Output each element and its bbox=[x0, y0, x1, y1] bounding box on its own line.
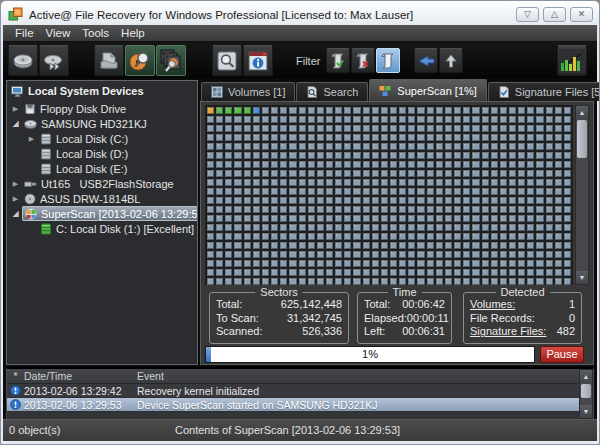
pause-button[interactable]: Pause bbox=[540, 346, 584, 363]
scan-cell bbox=[280, 179, 287, 186]
menu-help[interactable]: Help bbox=[115, 27, 151, 39]
scan-cell bbox=[536, 116, 543, 123]
scan-cell bbox=[518, 278, 525, 285]
tree-item[interactable]: ▶ASUS DRW-1814BL bbox=[7, 191, 197, 206]
filter-unrecognized-button[interactable] bbox=[351, 48, 375, 73]
recover-files-button[interactable] bbox=[94, 45, 124, 76]
tree-item-content[interactable]: C: Local Disk (1:) [Excellent] bbox=[38, 221, 197, 236]
expand-collapsed-icon[interactable]: ▶ bbox=[9, 180, 22, 188]
up-button[interactable] bbox=[439, 48, 463, 73]
tree-item-content[interactable]: Local Disk (E:) bbox=[38, 161, 197, 176]
tab-superscan[interactable]: SuperScan [1%] bbox=[369, 79, 487, 101]
tree-item-content[interactable]: ASUS DRW-1814BL bbox=[22, 191, 197, 206]
scan-cell bbox=[472, 143, 479, 150]
scan-levels-button[interactable] bbox=[557, 45, 587, 76]
scan-cell bbox=[253, 269, 260, 276]
scan-cell bbox=[518, 215, 525, 222]
filter-all-button[interactable] bbox=[376, 48, 400, 73]
scan-cell bbox=[518, 251, 525, 258]
scan-cell bbox=[234, 197, 241, 204]
minimize-button[interactable]: ▽ bbox=[516, 7, 539, 22]
superscan-button[interactable] bbox=[156, 45, 186, 76]
info-button[interactable] bbox=[243, 45, 273, 76]
tree-item-content[interactable]: Local Disk (C:) bbox=[38, 131, 197, 146]
filter-recognized-button[interactable] bbox=[326, 48, 350, 73]
tab-volumes[interactable]: Volumes [1] bbox=[201, 82, 295, 101]
scan-cell bbox=[454, 269, 461, 276]
scrollbar-thumb[interactable] bbox=[581, 384, 591, 398]
scan-cell bbox=[555, 107, 562, 114]
scan-cell bbox=[308, 242, 315, 249]
scan-cell bbox=[390, 125, 397, 132]
scan-cell bbox=[372, 206, 379, 213]
stats-label[interactable]: Signature Files: bbox=[470, 325, 546, 339]
scan-cell bbox=[518, 134, 525, 141]
scroll-up-icon[interactable]: ▲ bbox=[576, 106, 588, 119]
scrollbar-thumb[interactable] bbox=[577, 120, 587, 158]
tree-item[interactable]: Local Disk (D:) bbox=[7, 146, 197, 161]
scan-cell bbox=[335, 197, 342, 204]
scan-cell bbox=[491, 143, 498, 150]
scan-cell bbox=[463, 278, 470, 285]
open-disk-image-button[interactable] bbox=[8, 45, 38, 76]
event-info-icon bbox=[7, 385, 24, 396]
scan-cell bbox=[244, 152, 251, 159]
log-header-event[interactable]: Event bbox=[137, 370, 593, 382]
tree-item-content[interactable]: Ut165 USB2FlashStorage bbox=[22, 176, 197, 191]
tree-item[interactable]: ▶Ut165 USB2FlashStorage bbox=[7, 176, 197, 191]
tree-item[interactable]: Local Disk (E:) bbox=[7, 161, 197, 176]
tree-item[interactable]: C: Local Disk (1:) [Excellent] bbox=[7, 221, 197, 236]
tree-item[interactable]: ▶Floppy Disk Drive bbox=[7, 101, 197, 116]
expand-expanded-icon[interactable]: ◢ bbox=[9, 119, 22, 128]
maximize-button[interactable]: △ bbox=[543, 7, 566, 22]
scan-cell bbox=[335, 215, 342, 222]
expand-expanded-icon[interactable]: ◢ bbox=[9, 209, 22, 218]
menu-view[interactable]: View bbox=[40, 27, 77, 39]
tree-item[interactable]: ▶Local Disk (C:) bbox=[7, 131, 197, 146]
app-window: Active@ File Recovery for Windows Profes… bbox=[0, 0, 600, 445]
scan-cell bbox=[564, 125, 571, 132]
tree-item-content[interactable]: Local Disk (D:) bbox=[38, 146, 197, 161]
stats-label: Scanned: bbox=[216, 325, 262, 339]
scan-cell bbox=[381, 260, 388, 267]
expand-collapsed-icon[interactable]: ▶ bbox=[9, 105, 22, 113]
scroll-up-icon[interactable]: ▲ bbox=[580, 370, 592, 383]
tree-item-content[interactable]: SAMSUNG HD321KJ bbox=[22, 116, 197, 131]
scan-cell bbox=[262, 143, 269, 150]
tree-item[interactable]: ◢SuperScan [2013-02-06 13:29:53] bbox=[7, 206, 197, 221]
scan-cell bbox=[408, 170, 415, 177]
scan-map-scrollbar[interactable]: ▲ ▼ bbox=[575, 105, 589, 285]
log-header-star[interactable]: * bbox=[7, 370, 24, 382]
tab-search[interactable]: Search bbox=[296, 82, 368, 101]
log-row[interactable]: 2013-02-06 13:29:53Device SuperScan star… bbox=[7, 398, 593, 412]
tab-signature[interactable]: Signature Files [507] bbox=[488, 82, 600, 101]
scroll-down-icon[interactable]: ▼ bbox=[580, 405, 592, 418]
scan-cell bbox=[372, 179, 379, 186]
scan-cell bbox=[509, 197, 516, 204]
scroll-down-icon[interactable]: ▼ bbox=[576, 271, 588, 284]
menu-file[interactable]: File bbox=[9, 27, 40, 39]
stats-value: 526,336 bbox=[302, 325, 342, 339]
stats-label: Total: bbox=[364, 298, 390, 312]
tree-item-content[interactable]: Floppy Disk Drive bbox=[22, 101, 197, 116]
scan-cell bbox=[564, 170, 571, 177]
log-row[interactable]: 2013-02-06 13:29:42Recovery kernel initi… bbox=[7, 384, 593, 398]
tree-item[interactable]: ◢SAMSUNG HD321KJ bbox=[7, 116, 197, 131]
close-button[interactable]: ✕ bbox=[570, 7, 593, 22]
menu-tools[interactable]: Tools bbox=[76, 27, 115, 39]
expand-collapsed-icon[interactable]: ▶ bbox=[25, 135, 38, 143]
resume-scan-button[interactable] bbox=[39, 45, 69, 76]
preview-button[interactable] bbox=[212, 45, 242, 76]
title-bar[interactable]: Active@ File Recovery for Windows Profes… bbox=[1, 1, 599, 25]
scan-cell bbox=[207, 188, 214, 195]
scan-cell bbox=[564, 134, 571, 141]
stats-label[interactable]: Volumes: bbox=[470, 298, 515, 312]
back-button[interactable] bbox=[414, 48, 438, 73]
scan-cell bbox=[372, 197, 379, 204]
scan-cell bbox=[216, 215, 223, 222]
log-scrollbar[interactable]: ▲ ▼ bbox=[579, 369, 593, 419]
tree-item-content[interactable]: SuperScan [2013-02-06 13:29:53] bbox=[22, 206, 198, 221]
log-header-datetime[interactable]: Date/Time bbox=[24, 370, 137, 382]
quickscan-button[interactable] bbox=[125, 45, 155, 76]
expand-collapsed-icon[interactable]: ▶ bbox=[9, 195, 22, 203]
